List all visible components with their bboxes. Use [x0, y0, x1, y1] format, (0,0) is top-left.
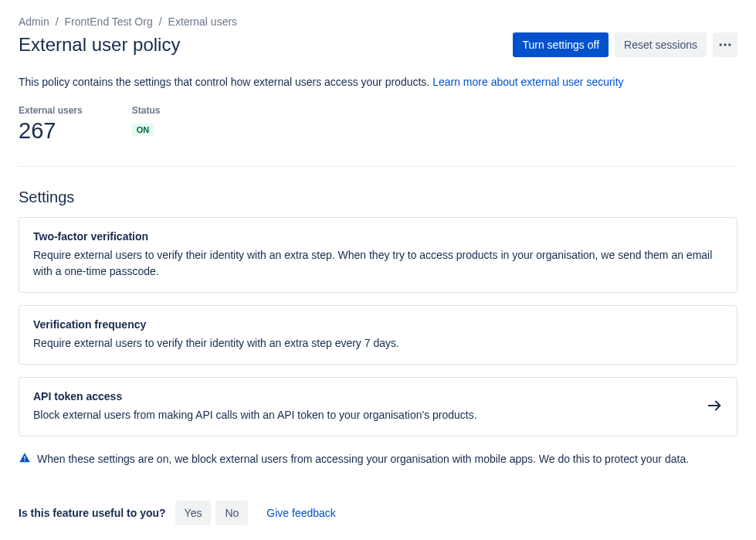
breadcrumb-separator: /	[159, 15, 162, 28]
card-title: Verification frequency	[33, 318, 723, 331]
card-desc: Require external users to verify their i…	[33, 247, 723, 280]
breadcrumb-org[interactable]: FrontEnd Test Org	[65, 15, 153, 28]
card-api-token-access[interactable]: API token access Block external users fr…	[19, 377, 737, 436]
info-text: When these settings are on, we block ext…	[37, 453, 689, 465]
card-desc: Block external users from making API cal…	[33, 407, 693, 423]
status-badge: ON	[132, 124, 154, 136]
svg-rect-4	[24, 456, 25, 459]
status-label: Status	[132, 105, 161, 116]
breadcrumb-admin[interactable]: Admin	[19, 15, 49, 28]
more-icon	[717, 37, 733, 53]
intro-copy: This policy contains the settings that c…	[19, 76, 432, 88]
svg-point-2	[728, 43, 731, 46]
svg-point-1	[724, 43, 726, 46]
arrow-right-icon	[706, 397, 723, 416]
reset-sessions-button[interactable]: Reset sessions	[615, 32, 707, 57]
learn-more-link[interactable]: Learn more about external user security	[432, 76, 623, 88]
external-users-label: External users	[19, 105, 83, 116]
give-feedback-link[interactable]: Give feedback	[257, 501, 345, 525]
feedback-row: Is this feature useful to you? Yes No Gi…	[19, 501, 737, 525]
header-actions: Turn settings off Reset sessions	[513, 32, 737, 57]
card-desc: Require external users to verify their i…	[33, 335, 723, 352]
stat-external-users: External users 267	[19, 105, 83, 144]
stats-row: External users 267 Status ON	[19, 105, 737, 167]
card-verification-frequency[interactable]: Verification frequency Require external …	[19, 305, 737, 365]
card-title: API token access	[33, 390, 693, 402]
svg-point-0	[720, 43, 722, 46]
settings-heading: Settings	[19, 188, 737, 206]
intro-text: This policy contains the settings that c…	[19, 76, 737, 88]
mobile-block-info: When these settings are on, we block ext…	[19, 452, 737, 467]
feedback-no-button[interactable]: No	[215, 501, 248, 525]
svg-rect-5	[24, 460, 25, 460]
card-title: Two-factor verification	[33, 230, 723, 243]
feedback-question: Is this feature useful to you?	[19, 507, 166, 519]
warning-icon	[19, 452, 31, 467]
breadcrumb-separator: /	[56, 15, 59, 28]
stat-status: Status ON	[132, 105, 161, 144]
breadcrumb: Admin / FrontEnd Test Org / External use…	[19, 15, 737, 28]
feedback-yes-button[interactable]: Yes	[175, 501, 212, 525]
card-two-factor[interactable]: Two-factor verification Require external…	[19, 217, 737, 293]
breadcrumb-external-users[interactable]: External users	[168, 15, 237, 28]
turn-settings-off-button[interactable]: Turn settings off	[513, 32, 609, 57]
more-actions-button[interactable]	[713, 32, 737, 57]
page-title: External user policy	[19, 34, 180, 56]
external-users-value: 267	[19, 117, 83, 144]
